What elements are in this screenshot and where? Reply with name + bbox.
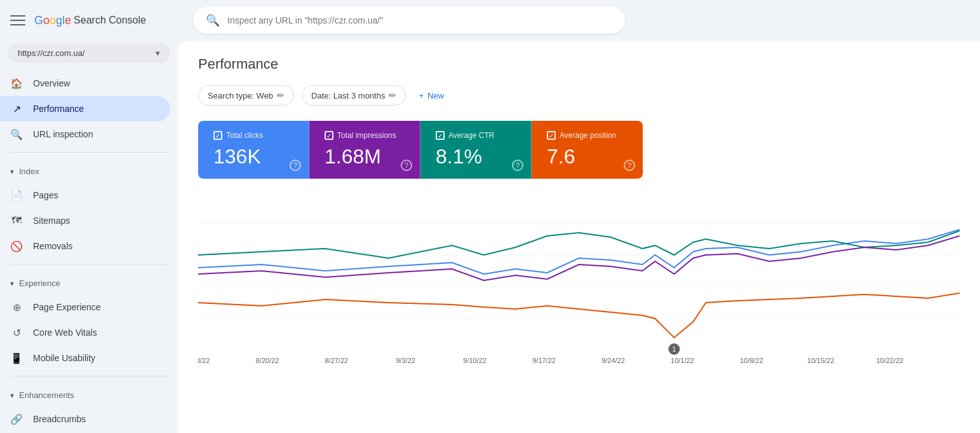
content-area: Performance Search type: Web ✏ Date: Las…: [178, 41, 980, 433]
sidebar: Google Search Console https://czr.com.ua…: [0, 0, 178, 433]
sidebar-item-sitemaps[interactable]: 🗺 Sitemaps: [0, 208, 170, 233]
chevron-down-icon: ▾: [156, 48, 160, 58]
metric-label: ✓ Total clicks: [213, 131, 293, 140]
experience-section-label: Experience: [19, 278, 60, 288]
sidebar-item-pages[interactable]: 📄 Pages: [0, 182, 170, 208]
metric-card-average-ctr[interactable]: ✓ Average CTR 8.1% ?: [420, 121, 532, 179]
svg-text:9/17/22: 9/17/22: [532, 357, 556, 364]
svg-text:8/13/22: 8/13/22: [198, 357, 210, 364]
expand-icon: ▾: [10, 279, 14, 288]
sidebar-item-label: Breadcrumbs: [33, 414, 86, 424]
metric-value-ctr: 8.1%: [436, 145, 516, 168]
performance-chart: 1 8/13/22 8/20/22 8/27/22 9/3/22 9/10/22…: [198, 191, 960, 369]
metric-card-total-impressions[interactable]: ✓ Total impressions 1.68M ?: [309, 121, 420, 179]
date-filter[interactable]: Date: Last 3 months ✏: [302, 85, 406, 106]
metric-checkbox: ✓: [213, 131, 222, 140]
metric-label: ✓ Average CTR: [436, 131, 516, 140]
page-title: Performance: [198, 56, 960, 72]
svg-text:10/15/22: 10/15/22: [807, 357, 835, 364]
metric-label: ✓ Total impressions: [325, 131, 405, 140]
home-icon: 🏠: [10, 77, 23, 90]
svg-text:9/3/22: 9/3/22: [396, 357, 415, 364]
info-icon[interactable]: ?: [624, 160, 635, 171]
search-icon: 🔍: [10, 128, 23, 141]
info-icon[interactable]: ?: [512, 160, 523, 171]
metric-card-total-clicks[interactable]: ✓ Total clicks 136K ?: [198, 121, 309, 179]
sidebar-item-page-experience[interactable]: ⊕ Page Experience: [0, 294, 170, 320]
nav-section-main: 🏠 Overview ↗ Performance 🔍 URL inspectio…: [0, 71, 178, 147]
metric-label: ✓ Average position: [547, 131, 628, 140]
property-button[interactable]: https://czr.com.ua/ ▾: [8, 43, 170, 63]
url-search-input[interactable]: [227, 15, 612, 25]
sidebar-item-label: Mobile Usability: [33, 353, 95, 363]
metric-card-average-position[interactable]: ✓ Average position 7.6 ?: [532, 121, 643, 179]
nav-divider-1: [10, 152, 168, 153]
sidebar-item-label: Overview: [33, 78, 70, 88]
nav-divider-2: [10, 264, 168, 265]
expand-icon: ▾: [10, 167, 14, 176]
svg-text:9/10/22: 9/10/22: [463, 357, 487, 364]
sidebar-item-label: Core Web Vitals: [33, 327, 97, 338]
search-icon: 🔍: [206, 13, 220, 27]
url-search-bar[interactable]: 🔍: [193, 7, 625, 34]
metric-value-clicks: 136K: [213, 145, 293, 168]
nav-section-enhancements: ▾ Enhancements 🔗 Breadcrumbs: [0, 384, 178, 432]
pages-icon: 📄: [10, 189, 23, 202]
sidebar-item-label: Pages: [33, 190, 58, 200]
date-label: Date: Last 3 months: [311, 91, 385, 100]
expand-icon: ▾: [10, 391, 14, 400]
mobile-icon: 📱: [10, 352, 23, 364]
sidebar-item-performance[interactable]: ↗ Performance: [0, 96, 170, 121]
nav-divider-3: [10, 376, 168, 376]
sidebar-item-mobile-usability[interactable]: 📱 Mobile Usability: [0, 345, 170, 371]
enhancements-section-label: Enhancements: [19, 390, 74, 400]
metric-checkbox: ✓: [436, 131, 445, 140]
sidebar-header: Google Search Console: [0, 0, 178, 41]
sidebar-item-core-web-vitals[interactable]: ↺ Core Web Vitals: [0, 320, 170, 345]
svg-text:10/8/22: 10/8/22: [740, 357, 763, 364]
property-selector[interactable]: https://czr.com.ua/ ▾: [8, 43, 170, 63]
experience-section-header[interactable]: ▾ Experience: [0, 272, 178, 294]
info-icon[interactable]: ?: [290, 160, 301, 171]
menu-icon[interactable]: [10, 13, 25, 28]
sidebar-item-label: Performance: [33, 104, 84, 114]
index-section-header[interactable]: ▾ Index: [0, 160, 178, 182]
chart-area: 1 8/13/22 8/20/22 8/27/22 9/3/22 9/10/22…: [198, 179, 960, 382]
metric-checkbox: ✓: [547, 131, 556, 140]
sidebar-item-removals[interactable]: 🚫 Removals: [0, 233, 170, 259]
nav-section-experience: ▾ Experience ⊕ Page Experience ↺ Core We…: [0, 272, 178, 371]
new-filter-button[interactable]: + New: [413, 86, 449, 105]
svg-text:8/27/22: 8/27/22: [325, 357, 348, 364]
breadcrumbs-icon: 🔗: [10, 413, 23, 425]
svg-text:9/24/22: 9/24/22: [601, 357, 625, 364]
nav-section-index: ▾ Index 📄 Pages 🗺 Sitemaps 🚫 Removals: [0, 160, 178, 259]
sidebar-item-label: Sitemaps: [33, 216, 70, 226]
metric-cards: ✓ Total clicks 136K ? ✓ Total impression…: [198, 121, 643, 179]
core-web-vitals-icon: ↺: [10, 326, 23, 339]
sidebar-item-label: Removals: [33, 241, 72, 251]
edit-icon: ✏: [389, 90, 396, 100]
search-type-filter[interactable]: Search type: Web ✏: [198, 85, 294, 106]
metric-checkbox: ✓: [325, 131, 333, 140]
edit-icon: ✏: [277, 90, 285, 100]
sidebar-item-label: URL inspection: [33, 129, 93, 139]
sidebar-item-breadcrumbs[interactable]: 🔗 Breadcrumbs: [0, 406, 170, 432]
metric-value-impressions: 1.68M: [325, 145, 405, 168]
app-title: Search Console: [74, 15, 146, 26]
metric-value-position: 7.6: [547, 145, 628, 168]
top-bar: 🔍: [178, 0, 980, 41]
sidebar-item-label: Page Experience: [33, 302, 101, 312]
svg-text:10/22/22: 10/22/22: [876, 357, 904, 364]
sitemaps-icon: 🗺: [10, 214, 23, 227]
info-icon[interactable]: ?: [401, 160, 412, 171]
sidebar-item-url-inspection[interactable]: 🔍 URL inspection: [0, 121, 170, 147]
enhancements-section-header[interactable]: ▾ Enhancements: [0, 384, 178, 406]
new-label: New: [427, 91, 444, 100]
main-content: 🔍 Performance Search type: Web ✏ Date: L…: [178, 0, 980, 433]
svg-text:1: 1: [672, 345, 676, 353]
sidebar-item-overview[interactable]: 🏠 Overview: [0, 71, 170, 96]
filter-bar: Search type: Web ✏ Date: Last 3 months ✏…: [198, 85, 960, 106]
google-logo: Google Search Console: [34, 14, 146, 27]
performance-icon: ↗: [10, 102, 23, 115]
index-section-label: Index: [19, 167, 39, 176]
